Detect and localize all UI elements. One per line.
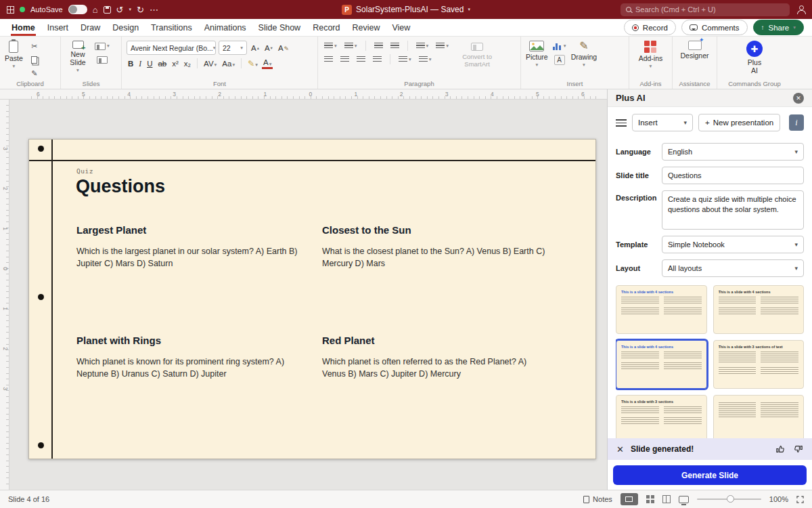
question-block-2[interactable]: Closest to the Sun What is the closest p…: [322, 224, 547, 270]
undo-icon[interactable]: ↺: [116, 5, 124, 14]
copy-icon[interactable]: [28, 54, 41, 65]
description-input[interactable]: Create a quiz slide with multiple choice…: [662, 190, 804, 230]
plus-ai-button[interactable]: ✚ Plus AI: [744, 41, 765, 75]
horizontal-ruler[interactable]: 6 5 4 3 2 1 0 1 2 3 4 5 6: [0, 89, 607, 100]
home-icon[interactable]: ⌂: [93, 5, 98, 14]
decrease-indent-button[interactable]: [373, 42, 384, 50]
thumbs-up-icon[interactable]: [775, 444, 785, 454]
menu-icon[interactable]: [616, 119, 627, 127]
align-center-button[interactable]: [339, 56, 351, 64]
align-text-button[interactable]: [418, 56, 433, 64]
slide-kicker[interactable]: Quiz: [76, 167, 93, 175]
panel-close-button[interactable]: ✕: [793, 93, 804, 104]
autosave-toggle[interactable]: [68, 5, 87, 14]
italic-button[interactable]: I: [137, 60, 143, 68]
grow-font-button[interactable]: A▴: [250, 44, 261, 52]
slide-sorter-view-button[interactable]: [646, 495, 654, 503]
slideshow-button[interactable]: [679, 496, 689, 503]
character-spacing-button[interactable]: AV: [202, 60, 218, 68]
numbering-button[interactable]: [343, 42, 359, 50]
font-color-button[interactable]: A: [262, 58, 273, 69]
language-select[interactable]: English: [662, 143, 804, 161]
slide[interactable]: Quiz Questions Largest Planet Which is t…: [28, 139, 596, 459]
text-direction-button[interactable]: [397, 56, 413, 64]
section-icon[interactable]: [95, 54, 110, 65]
thumbs-down-icon[interactable]: [794, 444, 803, 454]
save-icon[interactable]: [104, 6, 111, 14]
clear-formatting-button[interactable]: A✎: [277, 44, 290, 52]
shrink-font-button[interactable]: A▾: [263, 44, 274, 52]
new-slide-button[interactable]: New Slide: [66, 41, 90, 73]
paste-button[interactable]: Paste: [5, 41, 23, 69]
convert-smartart-button[interactable]: Convert to SmartArt: [455, 41, 499, 68]
strikethrough-button[interactable]: ab: [156, 60, 168, 68]
search-input[interactable]: [635, 5, 784, 14]
zoom-slider-knob[interactable]: [727, 495, 734, 503]
new-presentation-button[interactable]: + New presentation: [698, 114, 780, 131]
align-right-button[interactable]: [355, 56, 367, 64]
font-size-select[interactable]: 22: [219, 41, 247, 55]
layout-select[interactable]: All layouts: [662, 259, 804, 277]
template-select[interactable]: Simple Notebook: [662, 236, 804, 253]
chart-button[interactable]: [553, 41, 566, 51]
columns-button[interactable]: [434, 42, 450, 50]
layout-thumbnail-2[interactable]: This is a slide with 4 sections: [713, 285, 805, 334]
normal-view-button[interactable]: [621, 493, 638, 505]
cut-icon[interactable]: ✂: [28, 41, 41, 51]
record-button[interactable]: Record: [624, 20, 676, 35]
layout-thumbnail-3-selected[interactable]: This is a slide with 4 sections: [616, 340, 707, 389]
notes-button[interactable]: Notes: [583, 495, 612, 503]
document-title-area[interactable]: P SolarSystem-PlusAI — Saved ▾: [342, 0, 470, 19]
slide-title-input[interactable]: [662, 167, 804, 184]
tab-insert[interactable]: Insert: [41, 20, 74, 35]
layout-thumbnail-6[interactable]: [713, 395, 805, 442]
tab-review[interactable]: Review: [346, 20, 386, 35]
question-block-4[interactable]: Red Planet Which planet is often referre…: [322, 335, 547, 380]
slide-canvas[interactable]: 3 2 1 0 1 2 3 Quiz Questions Largest Pla…: [0, 100, 607, 490]
question-block-3[interactable]: Planet with Rings Which planet is known …: [76, 335, 301, 380]
notification-close-icon[interactable]: ✕: [616, 445, 624, 454]
generate-slide-button[interactable]: Generate Slide: [613, 465, 807, 485]
tab-transitions[interactable]: Transitions: [145, 20, 198, 35]
addins-button[interactable]: Add-ins: [639, 41, 663, 69]
justify-button[interactable]: [371, 56, 383, 64]
redo-icon[interactable]: ↻: [137, 5, 144, 14]
app-grid-icon[interactable]: [7, 6, 14, 14]
tab-design[interactable]: Design: [106, 20, 145, 35]
info-button[interactable]: i: [789, 114, 804, 131]
increase-indent-button[interactable]: [389, 42, 401, 50]
more-commands-icon[interactable]: ⋯: [150, 5, 158, 14]
account-icon[interactable]: [796, 5, 805, 14]
search-box[interactable]: [621, 3, 790, 16]
mode-select[interactable]: Insert: [632, 114, 693, 131]
share-button[interactable]: ↑ Share: [753, 20, 804, 35]
reading-view-button[interactable]: [662, 495, 671, 503]
title-chevron-icon[interactable]: ▾: [468, 7, 470, 12]
slide-layout-icon[interactable]: [95, 41, 110, 51]
tab-record[interactable]: Record: [307, 20, 346, 35]
format-painter-icon[interactable]: ✎: [28, 68, 41, 79]
zoom-slider[interactable]: [697, 499, 761, 500]
picture-button[interactable]: Picture: [526, 41, 548, 68]
change-case-button[interactable]: Aa: [221, 60, 236, 68]
layout-thumbnail-1[interactable]: This is a slide with 4 sections: [616, 285, 707, 334]
drawing-button[interactable]: ✎ Drawing: [571, 41, 597, 68]
tab-animations[interactable]: Animations: [198, 20, 252, 35]
tab-draw[interactable]: Draw: [74, 20, 106, 35]
font-name-select[interactable]: Avenir Next Regular (Bo...: [127, 41, 216, 55]
tab-slide-show[interactable]: Slide Show: [252, 20, 307, 35]
subscript-button[interactable]: x₂: [183, 60, 192, 68]
text-box-button[interactable]: A: [553, 54, 566, 65]
fit-to-window-icon[interactable]: [796, 496, 804, 503]
tab-home[interactable]: Home: [5, 20, 41, 35]
slide-title[interactable]: Questions: [76, 176, 165, 197]
layout-thumbnail-4[interactable]: This is a slide with 3 sections of text: [713, 340, 805, 389]
undo-chevron-icon[interactable]: ▾: [129, 7, 131, 12]
layout-thumbnail-5[interactable]: This is a slide with 3 sections: [616, 395, 707, 442]
bold-button[interactable]: B: [127, 60, 135, 68]
align-left-button[interactable]: [323, 56, 334, 64]
zoom-level[interactable]: 100%: [769, 495, 788, 503]
question-block-1[interactable]: Largest Planet Which is the largest plan…: [76, 224, 301, 270]
tab-view[interactable]: View: [386, 20, 416, 35]
highlight-button[interactable]: ✎: [246, 60, 259, 68]
